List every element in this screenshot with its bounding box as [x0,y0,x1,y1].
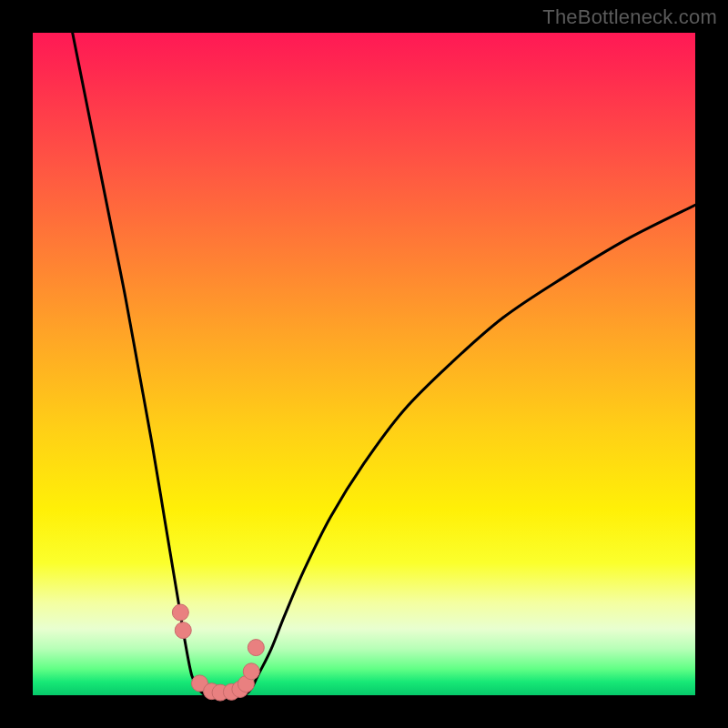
watermark-text: TheBottleneck.com [542,5,717,29]
curve-right-branch [245,205,695,695]
data-marker [175,622,191,639]
chart-frame: TheBottleneck.com [0,0,728,728]
data-marker [243,663,259,680]
curve-left-branch [73,33,206,695]
chart-overlay [33,33,695,695]
data-marker [172,604,188,621]
data-marker [248,640,264,656]
